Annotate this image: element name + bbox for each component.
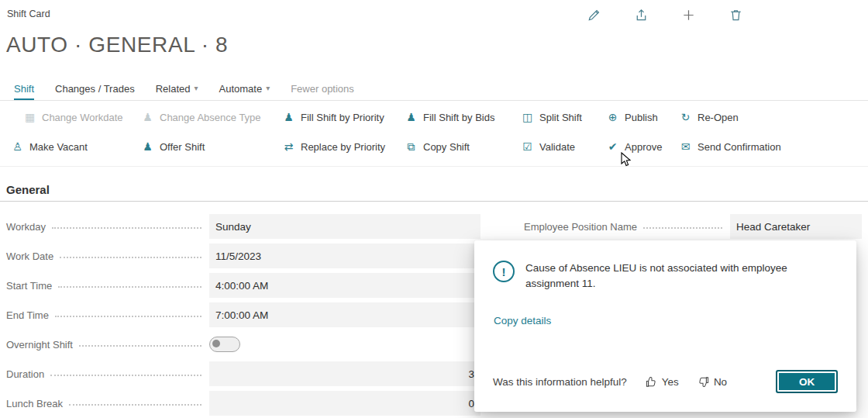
dotted-leader <box>69 404 202 406</box>
tab-label: Shift <box>14 83 34 95</box>
tab-label: Fewer options <box>291 83 354 95</box>
action-label: Send Confirmation <box>698 141 781 153</box>
field-label: Employee Position Name <box>524 221 642 233</box>
pencil-icon <box>587 8 601 22</box>
message-dialog: Cause of Absence LIEU is not associated … <box>474 240 856 412</box>
overnight-shift-toggle[interactable] <box>209 337 240 352</box>
action-fill-shift-by-bids[interactable]: ♟ Fill Shift by Bids <box>405 112 494 123</box>
dotted-leader <box>58 286 202 288</box>
action-label: Offer Shift <box>160 141 205 153</box>
action-offer-shift[interactable]: ♟ Offer Shift <box>141 141 205 153</box>
action-fill-shift-by-priority[interactable]: ♟ Fill Shift by Priority <box>282 112 384 123</box>
general-section-heading[interactable]: General <box>6 183 50 196</box>
workday-value[interactable]: Sunday <box>209 214 480 239</box>
action-split-shift[interactable]: ◫ Split Shift <box>521 112 582 123</box>
dotted-leader <box>643 227 722 229</box>
reopen-icon: ↻ <box>679 112 692 123</box>
field-label: Work Date <box>6 250 58 262</box>
lunch-break-value[interactable]: 0 <box>209 391 480 416</box>
people-icon: ♟ <box>282 112 295 123</box>
field-label: Workday <box>6 221 50 233</box>
chevron-down-icon <box>266 85 270 92</box>
tab-fewer-options[interactable]: Fewer options <box>291 77 354 100</box>
yes-label: Yes <box>662 376 679 388</box>
field-row-lunch-break: Lunch Break 0 <box>6 389 480 418</box>
calendar-icon: ▦ <box>23 112 36 123</box>
feedback-question: Was this information helpful? <box>493 376 627 388</box>
action-validate[interactable]: ☑ Validate <box>521 141 575 153</box>
swap-icon: ⇄ <box>282 141 295 152</box>
start-time-value[interactable]: 4:00:00 AM <box>209 273 480 298</box>
tab-shift[interactable]: Shift <box>14 77 34 100</box>
people-icon: ♟ <box>141 112 154 123</box>
dialog-footer: Was this information helpful? Yes No OK <box>493 370 838 393</box>
share-button[interactable] <box>630 4 652 26</box>
employee-position-name-value[interactable]: Head Caretaker <box>730 214 862 239</box>
action-copy-shift[interactable]: ⧉ Copy Shift <box>405 141 470 153</box>
action-send-confirmation[interactable]: ✉ Send Confirmation <box>679 141 781 153</box>
field-row-employee-position-name: Employee Position Name Head Caretaker <box>524 212 862 241</box>
duration-value[interactable]: 3 <box>209 361 480 386</box>
action-label: Approve <box>625 141 662 153</box>
tab-label: Related <box>156 83 191 95</box>
field-label: Lunch Break <box>6 398 67 409</box>
action-replace-by-priority[interactable]: ⇄ Replace by Priority <box>282 141 385 153</box>
action-reopen[interactable]: ↻ Re-Open <box>679 112 739 123</box>
add-button[interactable] <box>677 4 699 26</box>
field-value-text: 7:00:00 AM <box>215 309 268 321</box>
field-row-overnight-shift: Overnight Shift <box>6 330 480 359</box>
thumbs-up-icon <box>646 376 657 388</box>
dotted-leader <box>79 345 202 347</box>
thumbs-down-icon <box>698 376 709 388</box>
action-publish[interactable]: ⊕ Publish <box>606 112 658 123</box>
delete-button[interactable] <box>725 4 746 26</box>
plus-icon <box>681 8 696 22</box>
toggle-knob <box>212 340 220 347</box>
feedback-no-button[interactable]: No <box>698 376 727 388</box>
checklist-icon: ☑ <box>521 141 534 152</box>
dotted-leader <box>52 227 202 229</box>
action-label: Replace by Priority <box>301 141 385 153</box>
field-row-end-time: End Time 7:00:00 AM <box>6 300 480 330</box>
field-value-text: Sunday <box>215 221 251 233</box>
action-label: Copy Shift <box>423 141 470 153</box>
approve-check-icon: ✔ <box>606 141 619 152</box>
share-icon <box>634 8 649 22</box>
field-row-start-time: Start Time 4:00:00 AM <box>6 271 480 300</box>
field-value-text: 3 <box>468 368 474 380</box>
section-divider <box>0 201 868 202</box>
shift-card-page: Shift Card AUTO · GENERAL · 8 Shift Chan… <box>0 0 868 418</box>
chevron-down-icon <box>194 85 198 92</box>
field-value-text: 11/5/2023 <box>215 250 261 262</box>
tab-automate[interactable]: Automate <box>219 77 270 100</box>
copy-details-link[interactable]: Copy details <box>494 315 551 326</box>
tab-changes-trades[interactable]: Changes / Trades <box>55 77 135 100</box>
action-approve[interactable]: ✔ Approve <box>606 141 662 153</box>
action-label: Re-Open <box>698 112 739 123</box>
action-label: Change Workdate <box>42 112 123 123</box>
end-time-value[interactable]: 7:00:00 AM <box>209 302 480 327</box>
person-remove-icon: ♙ <box>11 141 24 152</box>
action-label: Change Absence Type <box>160 112 261 123</box>
action-label: Fill Shift by Bids <box>423 112 494 123</box>
dialog-message: Cause of Absence LIEU is not associated … <box>525 261 801 292</box>
ok-button[interactable]: OK <box>776 370 838 393</box>
tab-related[interactable]: Related <box>156 77 198 100</box>
action-label: Fill Shift by Priority <box>301 112 384 123</box>
dotted-leader <box>50 375 202 376</box>
action-change-absence-type: ♟ Change Absence Type <box>141 112 261 123</box>
field-row-workday: Workday Sunday <box>6 212 480 241</box>
action-label: Split Shift <box>539 112 582 123</box>
edit-button[interactable] <box>583 4 604 26</box>
work-date-value[interactable]: 11/5/2023 <box>209 244 480 268</box>
feedback-yes-button[interactable]: Yes <box>646 376 679 388</box>
action-make-vacant[interactable]: ♙ Make Vacant <box>11 141 88 153</box>
info-icon <box>493 261 515 282</box>
page-title: AUTO · GENERAL · 8 <box>6 33 228 57</box>
dotted-leader <box>60 257 202 258</box>
field-row-duration: Duration 3 <box>6 359 480 389</box>
action-label: Make Vacant <box>29 141 88 153</box>
globe-icon: ⊕ <box>606 112 619 123</box>
field-label: Start Time <box>6 280 57 292</box>
tab-label: Changes / Trades <box>55 83 135 95</box>
